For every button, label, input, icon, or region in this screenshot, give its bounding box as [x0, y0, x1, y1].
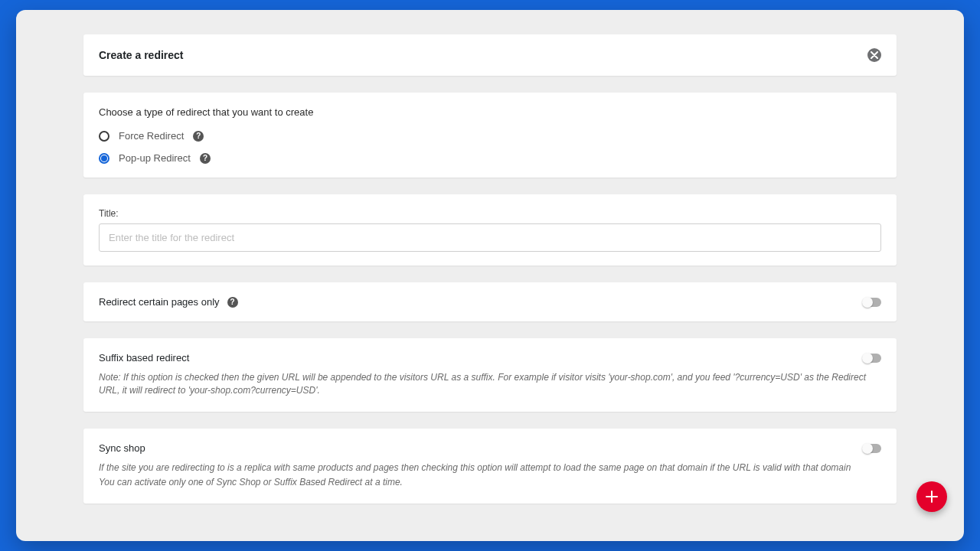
modal-panel: Create a redirect Choose a type of redir…	[16, 10, 964, 541]
modal-title: Create a redirect	[99, 49, 184, 61]
help-icon[interactable]: ?	[227, 297, 238, 308]
add-fab[interactable]	[916, 481, 947, 512]
close-icon	[871, 51, 878, 59]
sync-card: Sync shop If the site you are redirectin…	[83, 429, 897, 504]
radio-popup-redirect[interactable]: Pop-up Redirect ?	[99, 152, 881, 164]
close-button[interactable]	[867, 48, 881, 62]
plus-icon	[925, 490, 939, 504]
redirect-type-card: Choose a type of redirect that you want …	[83, 93, 897, 178]
suffix-toggle[interactable]	[863, 354, 881, 363]
title-card: Title:	[83, 194, 897, 266]
sync-note-1: If the site you are redirecting to is a …	[99, 461, 881, 474]
redirect-type-prompt: Choose a type of redirect that you want …	[99, 106, 881, 118]
radio-label: Force Redirect	[119, 130, 184, 142]
modal-header: Create a redirect	[83, 34, 897, 76]
title-label: Title:	[99, 208, 881, 219]
pages-only-card: Redirect certain pages only ?	[83, 282, 897, 321]
help-icon[interactable]: ?	[200, 153, 211, 164]
title-input[interactable]	[99, 223, 881, 252]
sync-label: Sync shop	[99, 442, 145, 454]
sync-toggle[interactable]	[863, 444, 881, 453]
pages-only-label: Redirect certain pages only	[99, 296, 220, 308]
radio-input[interactable]	[99, 131, 109, 142]
sync-note-2: You can activate only one of Sync Shop o…	[99, 476, 881, 489]
help-icon[interactable]: ?	[193, 131, 204, 142]
pages-only-toggle[interactable]	[863, 298, 881, 307]
radio-label: Pop-up Redirect	[119, 152, 191, 164]
suffix-card: Suffix based redirect Note: If this opti…	[83, 338, 897, 412]
suffix-note: Note: If this option is checked then the…	[99, 371, 881, 398]
radio-input[interactable]	[99, 153, 109, 164]
suffix-label: Suffix based redirect	[99, 352, 189, 364]
radio-force-redirect[interactable]: Force Redirect ?	[99, 130, 881, 142]
